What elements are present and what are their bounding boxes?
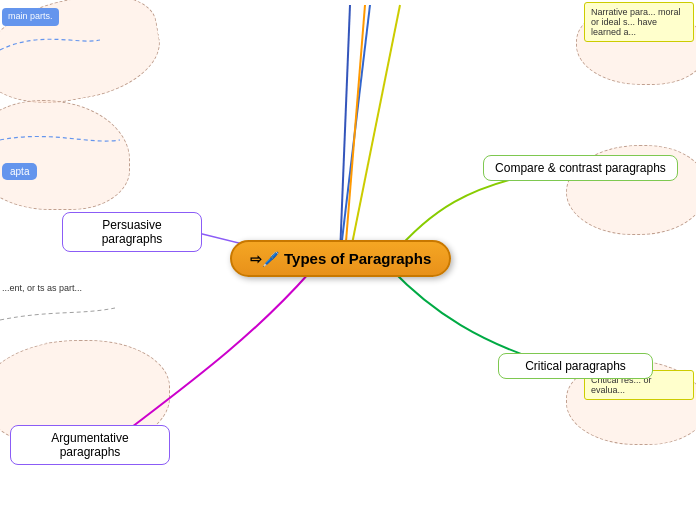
mindmap-canvas: main parts. apta Narrative para... moral… (0, 0, 696, 520)
svg-line-0 (340, 5, 370, 257)
compare-contrast-node[interactable]: Compare & contrast paragraphs (483, 155, 678, 181)
svg-line-1 (340, 5, 350, 255)
svg-line-2 (345, 5, 365, 254)
note-top-right: Narrative para... moral or ideal s... ha… (584, 2, 694, 42)
critical-node[interactable]: Critical paragraphs (498, 353, 653, 379)
mini-node-label: main parts. (2, 8, 59, 26)
mini-node-apta-label: apta (2, 163, 37, 180)
svg-line-3 (350, 5, 400, 254)
central-label: Types of Paragraphs (284, 250, 431, 267)
central-node[interactable]: ⇨🖊️ Types of Paragraphs (230, 240, 451, 277)
mini-node-apta[interactable]: apta (2, 163, 37, 180)
central-icon: ⇨🖊️ (250, 251, 279, 267)
note-left-mid: ...ent, or ts as part... (2, 283, 82, 295)
argumentative-node[interactable]: Argumentative paragraphs (10, 425, 170, 465)
blob-left-mid (0, 100, 130, 210)
mini-node-main-parts[interactable]: main parts. (2, 8, 59, 26)
persuasive-node[interactable]: Persuasive paragraphs (62, 212, 202, 252)
